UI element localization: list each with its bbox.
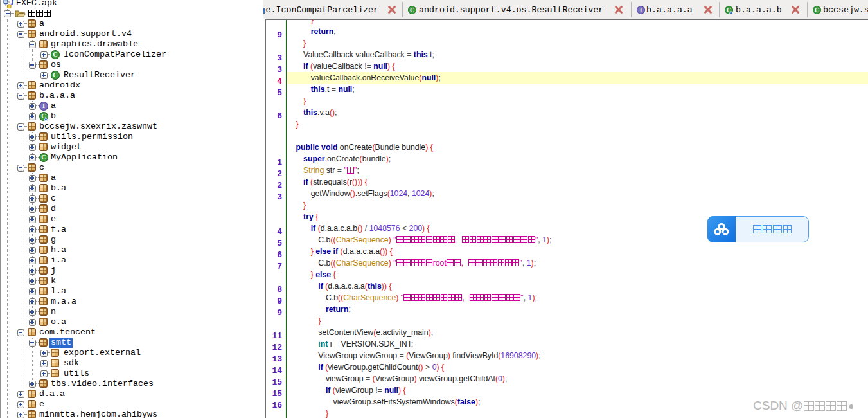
svg-text:C: C xyxy=(41,154,46,161)
svg-text:C: C xyxy=(53,51,57,58)
svg-text:C: C xyxy=(53,71,57,78)
svg-text:J: J xyxy=(11,0,14,6)
svg-text:C: C xyxy=(815,7,819,14)
svg-text:I: I xyxy=(42,102,45,109)
svg-text:C: C xyxy=(410,7,414,14)
svg-text:I: I xyxy=(640,7,642,14)
